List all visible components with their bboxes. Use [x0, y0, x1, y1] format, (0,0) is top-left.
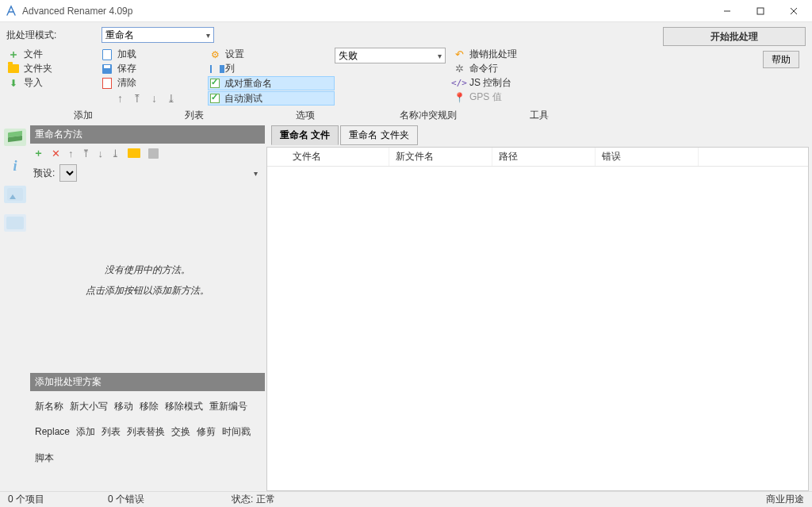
title-bar: Advanced Renamer 4.09p: [0, 0, 812, 22]
undo-icon: ↶: [454, 49, 465, 60]
file-grid[interactable]: 文件名 新文件名 路径 错误: [266, 147, 809, 491]
remove-method-icon[interactable]: ✕: [52, 148, 60, 159]
method-link[interactable]: 时间戳: [222, 423, 251, 441]
folder-icon: [8, 63, 19, 75]
layers-panel-icon[interactable]: [4, 129, 26, 146]
app-icon: [5, 5, 17, 17]
secondary-menubar: 添加 列表 选项 名称冲突规则 工具: [0, 107, 812, 125]
menu-add[interactable]: 添加: [32, 109, 135, 122]
col-path[interactable]: 路径: [492, 148, 596, 166]
method-link[interactable]: 移除模式: [165, 398, 203, 416]
checkbox-on-icon: [210, 94, 220, 103]
close-button[interactable]: [777, 1, 810, 21]
sort-arrows[interactable]: ↑⤒↓⤓: [100, 90, 208, 105]
arrow-down-icon: ↓: [151, 92, 157, 105]
clear-icon: [102, 78, 113, 89]
batch-mode-select[interactable]: 重命名: [102, 27, 214, 43]
auto-test-item[interactable]: 自动测试: [208, 91, 335, 106]
start-batch-button[interactable]: 开始批处理: [663, 27, 806, 46]
undo-batch-item[interactable]: ↶撤销批处理: [452, 48, 569, 61]
save-item[interactable]: 保存: [100, 62, 208, 75]
status-license[interactable]: 商业用途: [766, 493, 804, 506]
add-scheme-panel: 添加批处理方案 新名称 新大小写 移动 移除 移除模式 重新编号 Replace…: [30, 373, 265, 491]
methods-toolbar: ＋ ✕ ↑ ⤒ ↓ ⤓: [30, 144, 265, 163]
preset-select[interactable]: [59, 164, 77, 182]
method-down-bottom-icon[interactable]: ⤓: [111, 148, 120, 159]
js-console-item[interactable]: </>JS 控制台: [452, 76, 569, 90]
maximize-button[interactable]: [744, 1, 777, 21]
no-methods-message: 没有使用中的方法。 点击添加按钮以添加新方法。: [30, 259, 265, 302]
method-link[interactable]: 添加: [76, 423, 95, 441]
method-link[interactable]: 列表替换: [127, 423, 165, 441]
grid-header: 文件名 新文件名 路径 错误: [267, 148, 808, 167]
menu-tools[interactable]: 工具: [500, 109, 579, 122]
status-item-count: 0 个项目: [8, 493, 44, 506]
status-error-count: 0 个错误: [108, 493, 144, 506]
menu-conflict[interactable]: 名称冲突规则: [357, 109, 500, 122]
col-error[interactable]: 错误: [596, 148, 699, 166]
method-up-icon[interactable]: ↑: [68, 148, 74, 159]
method-link[interactable]: Replace: [35, 423, 70, 441]
columns-icon: [209, 63, 220, 75]
clear-item[interactable]: 清除: [100, 76, 208, 90]
folder-panel-icon[interactable]: [4, 214, 26, 232]
cmdline-item[interactable]: ✲命令行: [452, 62, 569, 75]
import-item[interactable]: ⬇导入: [6, 76, 100, 90]
pair-rename-item[interactable]: 成对重命名: [208, 76, 335, 90]
preset-row: 预设:: [30, 163, 265, 188]
side-icon-bar: i: [0, 125, 30, 491]
tab-rename-files[interactable]: 重命名 文件: [271, 125, 339, 145]
left-panel: 重命名方法 ＋ ✕ ↑ ⤒ ↓ ⤓ 预设: 没有使用中的方法。 点击添加按钮以添…: [30, 125, 265, 491]
method-link[interactable]: 脚本: [35, 449, 54, 467]
schemes-header: 添加批处理方案: [30, 373, 265, 391]
toolbar-main: ＋文件 文件夹 ⬇导入 加载 保存 清除 ↑⤒↓⤓ ⚙设置 列 成对重命名 自动…: [0, 48, 812, 107]
add-files-item[interactable]: ＋文件: [6, 48, 100, 61]
status-bar: 0 个项目 0 个错误 状态: 正常 商业用途: [0, 491, 812, 507]
gear-icon: ✲: [454, 63, 465, 75]
batch-mode-label: 批处理模式:: [6, 27, 94, 42]
toolbar-top: 批处理模式: 重命名 开始批处理: [0, 22, 812, 48]
document-icon: [102, 49, 113, 60]
gps-item[interactable]: 📍GPS 值: [452, 90, 569, 104]
settings-icon: ⚙: [209, 49, 220, 60]
svg-rect-1: [757, 8, 764, 14]
menu-list[interactable]: 列表: [135, 109, 254, 122]
checkbox-on-icon: [210, 79, 220, 88]
method-down-icon[interactable]: ↓: [98, 148, 104, 159]
menu-options[interactable]: 选项: [254, 109, 357, 122]
load-item[interactable]: 加载: [100, 48, 208, 61]
floppy-icon: [102, 63, 113, 75]
method-link[interactable]: 移除: [140, 398, 159, 416]
method-link[interactable]: 新名称: [35, 398, 63, 416]
window-title: Advanced Renamer 4.09p: [22, 6, 710, 17]
workspace: i 重命名方法 ＋ ✕ ↑ ⤒ ↓ ⤓ 预设: 没有使用中的方法。 点击添加按钮…: [0, 125, 812, 491]
save-preset-icon[interactable]: [148, 148, 159, 159]
image-panel-icon[interactable]: [4, 186, 26, 203]
tab-rename-folders[interactable]: 重命名 文件夹: [340, 125, 417, 145]
methods-header: 重命名方法: [30, 125, 265, 144]
columns-item[interactable]: 列: [208, 62, 335, 75]
method-links: 新名称 新大小写 移动 移除 移除模式 重新编号 Replace 添加 列表 列…: [30, 396, 265, 469]
status-state: 状态: 正常: [232, 493, 275, 506]
settings-item[interactable]: ⚙设置: [208, 48, 335, 61]
fail-mode-select[interactable]: 失败: [335, 48, 446, 63]
method-link[interactable]: 修剪: [197, 423, 216, 441]
method-link[interactable]: 列表: [102, 423, 121, 441]
minimize-button[interactable]: [710, 1, 744, 21]
method-link[interactable]: 重新编号: [209, 398, 247, 416]
method-link[interactable]: 交换: [171, 423, 190, 441]
code-icon: </>: [454, 78, 465, 89]
file-tabs: 重命名 文件 重命名 文件夹: [266, 125, 809, 145]
method-up-top-icon[interactable]: ⤒: [82, 148, 90, 159]
add-folders-item[interactable]: 文件夹: [6, 62, 100, 75]
col-filename[interactable]: 文件名: [286, 148, 389, 166]
method-link[interactable]: 新大小写: [70, 398, 108, 416]
open-folder-icon[interactable]: [128, 148, 140, 158]
right-panel: 重命名 文件 重命名 文件夹 文件名 新文件名 路径 错误: [265, 125, 812, 491]
info-panel-icon[interactable]: i: [4, 157, 26, 175]
import-icon: ⬇: [8, 78, 19, 89]
help-button[interactable]: 帮助: [763, 51, 799, 68]
method-link[interactable]: 移动: [114, 398, 133, 416]
col-newname[interactable]: 新文件名: [389, 148, 492, 166]
add-method-icon[interactable]: ＋: [33, 146, 44, 160]
